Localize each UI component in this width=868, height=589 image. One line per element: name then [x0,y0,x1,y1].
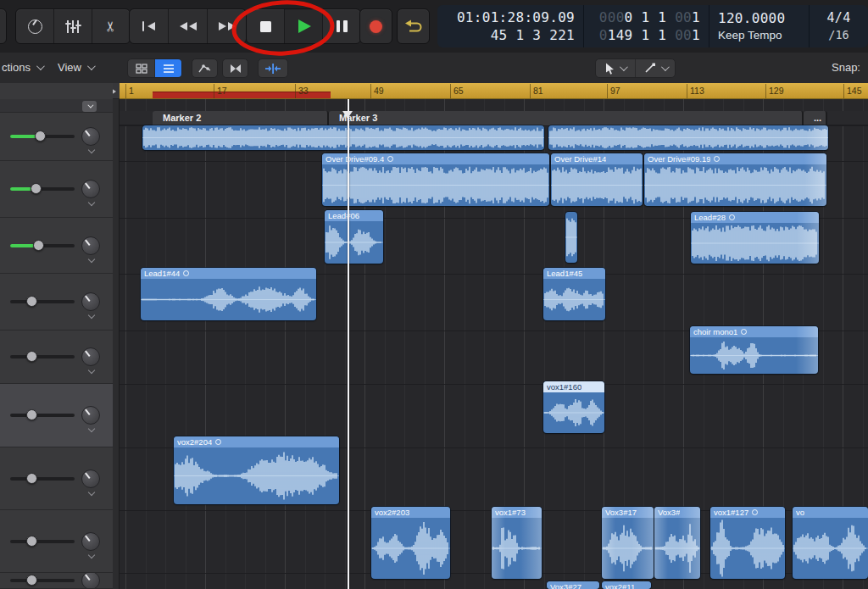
functions-menu[interactable]: ctions [2,61,42,74]
partial-left-button[interactable] [0,8,7,44]
pan-knob[interactable] [81,573,100,589]
editors-button[interactable]: ✂ [92,9,130,43]
rewind-button[interactable] [168,9,207,43]
region[interactable]: Lead#28 [691,212,819,264]
forward-button[interactable] [207,9,246,43]
functions-menu-label: ctions [2,61,31,74]
pan-knob[interactable] [81,532,100,551]
region[interactable]: vox1#73 [492,507,542,579]
marker[interactable]: Marker 3 [329,111,804,125]
flex-button[interactable] [222,58,248,78]
arrange-area[interactable]: Marker 2Marker 3...Over Drive#09.4Over D… [113,99,868,589]
stop-button[interactable] [247,9,284,43]
list-view-button[interactable] [154,59,181,77]
region[interactable]: Lead1#44 [141,268,316,320]
track-header-row[interactable] [0,218,113,274]
grid-view-button[interactable] [128,59,154,77]
region-loop-icon[interactable] [714,156,720,162]
track-header-row[interactable] [0,113,113,161]
play-button[interactable] [284,9,322,43]
track-header-row[interactable] [0,447,113,510]
volume-slider[interactable] [10,540,75,543]
pan-knob[interactable] [81,180,100,198]
region[interactable]: vox2#204 [174,436,339,504]
region[interactable]: Over Drive#09.4 [322,153,549,206]
volume-slider[interactable] [10,244,75,247]
track-header-row[interactable] [0,573,113,589]
catch-playhead-button[interactable] [258,58,288,78]
track-header-row[interactable] [0,331,113,384]
region[interactable]: choir mono1 [690,326,818,374]
volume-slider-thumb[interactable] [31,183,42,194]
volume-slider-thumb[interactable] [26,296,37,307]
pan-knob[interactable] [81,470,100,488]
record-button[interactable] [359,8,392,44]
track-header-row[interactable] [0,161,113,218]
secondary-tool-button[interactable] [635,59,675,77]
region-loop-icon[interactable] [387,156,393,162]
mixer-button[interactable] [53,9,92,43]
go-to-beginning-button[interactable] [130,9,168,43]
playhead[interactable] [348,99,349,589]
volume-slider-thumb[interactable] [35,131,46,142]
pan-knob[interactable] [81,127,100,146]
region[interactable] [548,125,828,150]
pointer-tool-button[interactable] [596,59,635,77]
pause-button[interactable] [322,9,360,43]
region-loop-icon[interactable] [215,439,221,445]
marker[interactable]: Marker 2 [153,111,329,125]
volume-slider-thumb[interactable] [26,409,37,420]
region[interactable]: Lead#06 [325,210,383,264]
pan-knob[interactable] [81,406,100,425]
track-header-row[interactable] [0,384,113,447]
region[interactable]: vo [793,507,868,579]
volume-slider[interactable] [10,414,75,417]
region[interactable]: Vox3# [654,507,700,579]
marker[interactable]: ... [804,111,827,125]
region[interactable]: vox2#203 [371,507,450,579]
volume-slider-thumb[interactable] [26,351,37,362]
region[interactable] [565,212,577,263]
automation-button[interactable] [192,58,218,78]
region[interactable]: Lead1#45 [543,268,605,320]
volume-slider[interactable] [10,477,75,481]
region[interactable]: vox1#160 [543,381,604,433]
cycle-button-face[interactable] [398,9,429,43]
region[interactable]: vox2#11 [602,581,651,589]
cycle-button[interactable] [397,8,430,44]
region[interactable]: Vox3#17 [602,507,654,579]
playhead-handle[interactable] [342,111,353,119]
bar-ruler[interactable]: 1173349658197113129145 [120,83,868,99]
track-header-row[interactable] [0,510,113,573]
volume-slider[interactable] [10,355,75,358]
view-menu[interactable]: View [58,61,93,74]
lcd-tempo-section: 120.0000 Keep Tempo [709,5,809,47]
region-loop-icon[interactable] [183,270,189,276]
volume-slider-thumb[interactable] [33,240,44,251]
region[interactable]: Vox3#27 [547,581,599,589]
record-button-face[interactable] [360,9,392,43]
region-loop-icon[interactable] [752,509,758,515]
volume-slider-thumb[interactable] [26,473,37,484]
waveform [644,164,826,206]
pan-knob[interactable] [81,236,100,255]
smart-controls-button[interactable] [16,9,53,43]
volume-slider[interactable] [10,579,75,582]
region[interactable] [142,125,544,150]
pan-knob[interactable] [81,292,100,311]
region-loop-icon[interactable] [729,214,735,220]
lcd-display[interactable]: 01:01:28:09.09 45 1 3 221 0000 1 1 001 0… [437,5,868,47]
region[interactable]: Over Drive#09.19 [644,153,826,206]
region-loop-icon[interactable] [741,329,747,335]
volume-slider-thumb[interactable] [26,575,37,586]
pan-knob[interactable] [81,347,100,366]
partial-left-button-face[interactable] [0,9,6,43]
volume-slider-thumb[interactable] [26,536,37,547]
volume-slider[interactable] [10,135,75,138]
region[interactable]: Over Drive#14 [551,153,643,206]
volume-slider[interactable] [10,300,75,303]
track-header-options-button[interactable] [82,101,97,112]
track-header-row[interactable] [0,274,113,331]
volume-slider[interactable] [10,187,75,191]
region[interactable]: vox1#127 [710,507,785,579]
